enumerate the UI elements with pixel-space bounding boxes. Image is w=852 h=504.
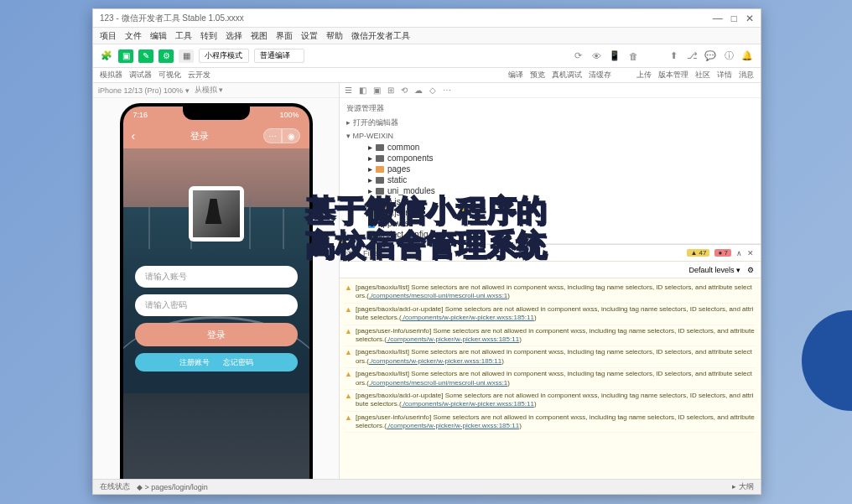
label-upload: 上传 <box>636 70 652 81</box>
tab-icon[interactable]: ▣ <box>373 86 381 95</box>
explorer-title: 资源管理器 <box>346 101 754 116</box>
minimize-button[interactable]: — <box>713 13 723 24</box>
status-path: ◆ > pages/login/login <box>137 483 208 491</box>
password-input[interactable]: 请输入密码 <box>135 294 298 316</box>
nav-back-button[interactable]: ‹ <box>132 129 136 143</box>
menu-select[interactable]: 选择 <box>226 30 242 42</box>
capsule-menu[interactable]: ⋯ <box>263 128 282 143</box>
console-gear-icon[interactable]: ⚙ <box>747 266 754 274</box>
status-outline[interactable]: ▸ 大纲 <box>732 481 754 492</box>
forgot-link[interactable]: 忘记密码 <box>223 357 253 368</box>
tab-icon[interactable]: ☁ <box>414 86 423 95</box>
warning-icon: ▲ <box>345 283 352 301</box>
register-link[interactable]: 注册账号 <box>179 357 210 368</box>
capsule-close[interactable]: ◉ <box>282 128 300 143</box>
toolbar-labels: 模拟器 调试器 可视化 云开发 编译 预览 真机调试 清缓存 上传 版本管理 社… <box>93 68 761 83</box>
warning-icon: ▲ <box>345 327 352 345</box>
version-button[interactable]: ⎇ <box>685 49 699 63</box>
devtools-window: 123 - 微信开发者工具 Stable 1.05.xxxx — □ ✕ 项目 … <box>92 8 761 495</box>
label-visual: 可视化 <box>158 70 181 81</box>
compile-select[interactable]: 普通编译 <box>254 49 304 63</box>
phone-screen[interactable]: 7:16 100% ‹ 登录 ⋯ ◉ <box>123 107 309 479</box>
console-levels-select[interactable]: Default levels ▾ <box>688 266 740 274</box>
phone-notch <box>183 107 250 120</box>
menu-wechat[interactable]: 微信开发者工具 <box>351 30 410 42</box>
menu-goto[interactable]: 转到 <box>200 30 217 42</box>
tab-icon[interactable]: ◧ <box>359 86 366 95</box>
console-warning: ▲[pages/baoxiu/list] Some selectors are … <box>345 282 756 304</box>
bg-decoration <box>802 310 852 411</box>
toolbar: 🧩 ▣ ✎ ⚙ ▦ 小程序模式 普通编译 ⟳ 👁 📱 🗑 ⬆ ⎇ 💬 ⓘ 🔔 <box>93 44 761 68</box>
tree-item-static[interactable]: ▸ static <box>346 174 754 185</box>
tree-item-pages[interactable]: ▸ pages <box>346 164 754 174</box>
warning-count-badge[interactable]: ▲ 47 <box>687 249 709 257</box>
tree-item-app.js[interactable]: app.js <box>346 196 754 207</box>
remote-debug-button[interactable]: 📱 <box>608 49 621 63</box>
compile-button[interactable]: ⟳ <box>571 49 584 63</box>
menu-interface[interactable]: 界面 <box>276 30 293 42</box>
tab-icon[interactable]: ⊞ <box>387 86 394 95</box>
tab-icon[interactable]: ◇ <box>429 86 436 95</box>
console-warning: ▲[pages/baoxiu/list] Some selectors are … <box>345 368 756 390</box>
console-warning: ▲[pages/baoxiu/list] Some selectors are … <box>345 346 756 368</box>
warning-icon: ▲ <box>345 370 352 387</box>
preview-button[interactable]: 👁 <box>590 49 603 63</box>
statusbar: 在线状态 ◆ > pages/login/login ▸ 大纲 <box>93 479 761 494</box>
menu-tools[interactable]: 工具 <box>175 30 192 42</box>
close-button[interactable]: ✕ <box>746 13 754 24</box>
folder-icon <box>376 155 384 162</box>
menu-settings[interactable]: 设置 <box>301 30 318 42</box>
console-eye-icon[interactable]: 👁 <box>346 249 354 257</box>
label-remote: 真机调试 <box>552 70 582 81</box>
console-filter-input[interactable]: Filter <box>359 248 384 258</box>
tree-item-uni_modules[interactable]: ▸ uni_modules <box>346 185 754 196</box>
tree-item-app.wxss[interactable]: app.wxss <box>346 218 754 229</box>
project-root[interactable]: ▾ MP-WEIXIN <box>346 130 754 142</box>
username-input[interactable]: 请输入账号 <box>135 266 298 288</box>
titlebar: 123 - 微信开发者工具 Stable 1.05.xxxx — □ ✕ <box>93 9 761 28</box>
menu-edit[interactable]: 编辑 <box>150 30 167 42</box>
login-avatar <box>189 186 244 242</box>
console-warning: ▲[pages/baoxiu/add-or-update] Some selec… <box>345 390 756 412</box>
open-editors-section[interactable]: ▸ 打开的编辑器 <box>346 116 754 130</box>
device-select[interactable]: iPhone 12/13 (Pro) 100% ▾ <box>98 86 190 95</box>
simulator-toggle[interactable]: ▣ <box>118 49 133 63</box>
notification-button[interactable]: 🔔 <box>740 49 754 63</box>
menu-view[interactable]: 视图 <box>251 30 268 42</box>
console-panel: 👁 Filter ▲ 47 ● 7 ∧ ✕ Default levels ▾ ⚙… <box>340 244 761 479</box>
tab-icon[interactable]: ☰ <box>345 86 352 95</box>
maximize-button[interactable]: □ <box>731 13 737 24</box>
file-icon <box>368 220 375 228</box>
tab-icon[interactable]: ⟲ <box>401 86 408 95</box>
tree-item-components[interactable]: ▸ components <box>346 153 754 164</box>
mode-select[interactable]: 小程序模式 <box>199 49 249 63</box>
editor-tab-icons: ☰ ◧ ▣ ⊞ ⟲ ☁ ◇ ⋯ <box>340 83 761 98</box>
menu-file[interactable]: 文件 <box>125 30 142 42</box>
console-output[interactable]: ▲[pages/baoxiu/list] Some selectors are … <box>340 278 761 479</box>
details-button[interactable]: ⓘ <box>722 49 735 63</box>
error-count-badge[interactable]: ● 7 <box>714 249 731 257</box>
tree-item-app.json[interactable]: app.json <box>346 207 754 218</box>
status-battery: 100% <box>279 111 299 119</box>
console-close-button[interactable]: ✕ <box>747 249 754 257</box>
tab-icon[interactable]: ⋯ <box>443 86 451 95</box>
login-button[interactable]: 登录 <box>135 323 298 346</box>
console-warning: ▲[pages/user-info/userinfo] Some selecto… <box>345 325 756 347</box>
file-icon <box>368 231 375 239</box>
sim-extra-select[interactable]: 从模拟 ▾ <box>195 85 224 96</box>
status-time: 7:16 <box>133 111 148 119</box>
folder-icon <box>376 177 384 184</box>
editor-toggle[interactable]: ✎ <box>138 49 153 63</box>
visual-toggle[interactable]: ▦ <box>179 49 194 63</box>
upload-button[interactable]: ⬆ <box>667 49 680 63</box>
debugger-toggle[interactable]: ⚙ <box>158 49 174 63</box>
clear-cache-button[interactable]: 🗑 <box>626 49 640 63</box>
tree-item-common[interactable]: ▸ common <box>346 142 754 153</box>
menu-help[interactable]: 帮助 <box>326 30 343 42</box>
console-close-icon[interactable]: ∧ <box>736 249 742 257</box>
file-icon <box>368 209 375 217</box>
tree-item-project.config.json[interactable]: project.config.json <box>346 229 754 240</box>
community-button[interactable]: 💬 <box>704 49 717 63</box>
menu-project[interactable]: 项目 <box>100 30 117 42</box>
label-details: 详情 <box>717 70 732 81</box>
